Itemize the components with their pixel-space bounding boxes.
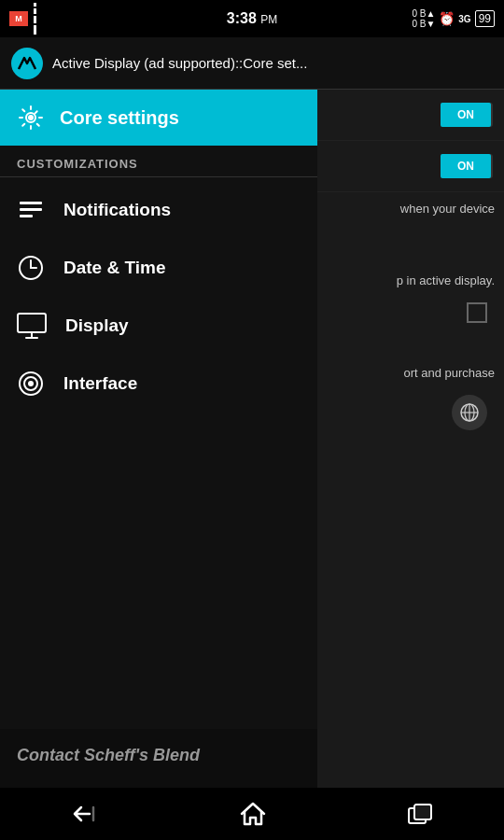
svg-point-5 <box>28 115 34 120</box>
svg-point-17 <box>28 381 34 386</box>
notifications-icon <box>17 196 45 224</box>
menu-item-notifications[interactable]: Notifications <box>0 181 317 239</box>
alarm-icon: ⏰ <box>439 11 455 26</box>
checkbox[interactable] <box>467 302 487 323</box>
toggle-on-label-1[interactable]: ON <box>441 103 491 127</box>
battery-level: 99 <box>475 10 495 27</box>
app-title: Active Display (ad supported)::Core set.… <box>52 55 307 71</box>
toggle-2[interactable]: ON <box>455 154 493 178</box>
drawer: Core settings CUSTOMIZATIONS Notificatio… <box>0 90 317 788</box>
svg-rect-19 <box>414 805 431 819</box>
toggle-1[interactable]: ON <box>455 103 493 127</box>
back-button[interactable] <box>52 795 118 833</box>
app-header: Active Display (ad supported)::Core set.… <box>0 37 504 90</box>
status-bar: M 3:38 PM 0 B▲0 B▼ ⏰ 3G 99 <box>0 0 504 37</box>
svg-rect-12 <box>18 314 46 332</box>
app-logo <box>11 48 43 79</box>
notifications-label: Notifications <box>63 200 171 220</box>
status-left: M <box>9 3 36 35</box>
menu-item-datetime[interactable]: Date & Time <box>0 239 317 297</box>
interface-label: Interface <box>63 373 137 394</box>
globe-button[interactable] <box>452 395 487 430</box>
signal-bars-icon <box>34 3 36 35</box>
datetime-label: Date & Time <box>63 258 165 278</box>
target-icon <box>17 370 45 398</box>
gmail-icon: M <box>9 11 28 26</box>
display-label: Display <box>65 315 129 336</box>
gear-icon <box>17 104 45 132</box>
toggle-on-label-2[interactable]: ON <box>441 154 491 178</box>
core-settings-item[interactable]: Core settings <box>0 90 317 146</box>
network-icon: 3G <box>458 14 470 24</box>
menu-item-display[interactable]: Display <box>0 297 317 355</box>
home-button[interactable] <box>221 794 285 833</box>
status-time: 3:38 PM <box>227 10 277 27</box>
clock-icon <box>17 254 45 282</box>
drawer-footer: Contact Scheff's Blend <box>0 729 317 788</box>
monitor-icon <box>17 313 47 339</box>
status-right: 0 B▲0 B▼ ⏰ 3G 99 <box>412 8 495 29</box>
core-settings-label: Core settings <box>60 107 179 129</box>
menu-item-interface[interactable]: Interface <box>0 355 317 413</box>
battery-text: 0 B▲0 B▼ <box>412 8 435 29</box>
nav-bar <box>0 788 504 840</box>
svg-rect-8 <box>20 215 33 217</box>
main-layout: ON ON when your device p in active displ… <box>0 90 504 788</box>
contact-label: Contact Scheff's Blend <box>17 746 200 764</box>
customizations-section-label: CUSTOMIZATIONS <box>0 146 317 177</box>
svg-rect-7 <box>20 208 42 211</box>
recents-button[interactable] <box>388 795 452 833</box>
svg-rect-6 <box>20 202 42 204</box>
